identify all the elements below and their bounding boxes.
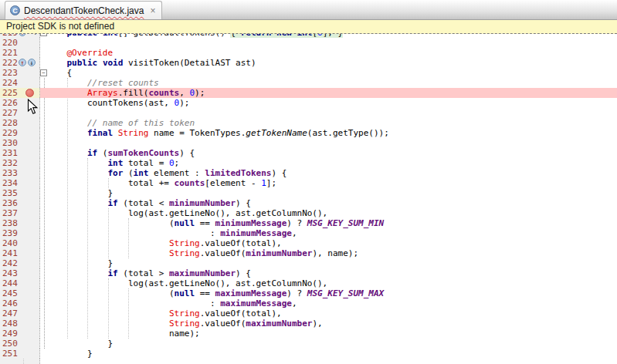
gutter[interactable]: 225: [0, 88, 40, 98]
gutter[interactable]: 221: [0, 48, 40, 58]
gutter[interactable]: 223: [0, 68, 40, 78]
code-text[interactable]: Arrays.fill(counts, 0);: [46, 88, 617, 98]
code-text[interactable]: countTokens(ast, 0);: [46, 98, 617, 108]
gutter[interactable]: 224: [0, 78, 40, 88]
fold-toggle-icon[interactable]: −: [40, 69, 47, 76]
gutter[interactable]: 232: [0, 158, 40, 168]
file-tab[interactable]: C DescendantTokenCheck.java ×: [5, 1, 162, 19]
code-text[interactable]: String.valueOf(total),: [46, 308, 617, 318]
gutter[interactable]: 220: [0, 38, 40, 48]
code-text[interactable]: (null == minimumMessage) ? MSG_KEY_SUM_M…: [46, 218, 617, 228]
code-text[interactable]: public void visitToken(DetailAST ast): [46, 58, 617, 68]
gutter[interactable]: 240: [0, 238, 40, 248]
code-text[interactable]: total += counts[element - 1];: [46, 178, 617, 188]
gutter[interactable]: 237: [0, 208, 40, 218]
code-text[interactable]: }: [46, 188, 617, 198]
code-text[interactable]: (null == maximumMessage) ? MSG_KEY_SUM_M…: [46, 288, 617, 298]
gutter[interactable]: 229: [0, 128, 40, 138]
code-text[interactable]: log(ast.getLineNo(), ast.getColumnNo(),: [46, 278, 617, 288]
code-text[interactable]: }: [46, 258, 617, 268]
code-token: String: [169, 318, 200, 329]
code-text[interactable]: String.valueOf(total),: [46, 238, 617, 248]
code-text[interactable]: }: [46, 349, 617, 359]
gutter[interactable]: 236: [0, 198, 40, 208]
gutter[interactable]: 245: [0, 288, 40, 298]
breakpoint-icon[interactable]: [25, 89, 34, 97]
editor-tab-bar: C DescendantTokenCheck.java ×: [0, 0, 617, 20]
code-text[interactable]: if (total > maximumNumber) {: [46, 268, 617, 278]
code-text[interactable]: //reset counts: [46, 78, 617, 88]
gutter[interactable]: 234: [0, 178, 40, 188]
code-token: ];: [266, 178, 276, 188]
line-number: 221: [2, 48, 18, 58]
code-text[interactable]: [46, 108, 617, 118]
code-token: sumTokenCounts: [107, 148, 179, 158]
gutter[interactable]: 246: [0, 298, 40, 308]
code-text[interactable]: final String name = TokenTypes.getTokenN…: [46, 128, 617, 138]
gutter[interactable]: 241: [0, 248, 40, 258]
code-token: ,: [292, 298, 297, 308]
line-number: 238: [2, 218, 18, 228]
gutter[interactable]: 249: [0, 329, 40, 339]
code-token: name = TokenTypes.: [148, 128, 246, 138]
code-line: 231 if (sumTokenCounts) {: [0, 148, 617, 158]
line-number: 228: [2, 118, 18, 128]
code-text[interactable]: int total = 0;: [46, 158, 617, 168]
gutter[interactable]: 244: [0, 278, 40, 288]
gutter[interactable]: 250: [0, 339, 40, 349]
code-text[interactable]: {: [46, 68, 617, 78]
line-number: 222: [2, 58, 18, 68]
code-text[interactable]: String.valueOf(maximumNumber),: [46, 318, 617, 329]
code-text[interactable]: if (sumTokenCounts) {: [46, 148, 617, 158]
code-token: ==: [195, 288, 215, 298]
code-line: 237 log(ast.getLineNo(), ast.getColumnNo…: [0, 208, 617, 218]
gutter[interactable]: 248: [0, 318, 40, 329]
code-text[interactable]: @Override: [46, 48, 617, 58]
code-text[interactable]: : minimumMessage,: [46, 228, 617, 238]
code-token: name);: [46, 329, 200, 339]
tab-close-icon[interactable]: ×: [150, 6, 155, 15]
code-line: 225 Arrays.fill(counts, 0);: [0, 88, 617, 98]
fold-strip: [40, 308, 46, 318]
code-token: [46, 168, 107, 178]
code-token: [46, 268, 107, 278]
fold-strip: [40, 38, 46, 48]
code-text[interactable]: : maximumMessage,: [46, 298, 617, 308]
code-token: [46, 88, 87, 98]
code-line: 220: [0, 38, 617, 48]
gutter[interactable]: 242: [0, 258, 40, 268]
gutter[interactable]: 228: [0, 118, 40, 128]
code-token: }: [46, 188, 113, 198]
gutter[interactable]: 247: [0, 308, 40, 318]
gutter[interactable]: 239: [0, 228, 40, 238]
code-token: ),: [312, 318, 322, 329]
code-token: if: [107, 268, 117, 278]
code-text[interactable]: for (int element : limitedTokens) {: [46, 168, 617, 178]
code-text[interactable]: [46, 38, 617, 48]
code-text[interactable]: name);: [46, 329, 617, 339]
fold-strip: [40, 288, 46, 298]
gutter[interactable]: 230: [0, 138, 40, 148]
gutter[interactable]: 238: [0, 218, 40, 228]
fold-toggle-icon[interactable]: +: [40, 34, 47, 36]
code-token: 1: [261, 178, 266, 188]
line-number: 246: [2, 298, 18, 308]
line-number: 241: [2, 248, 18, 258]
code-token: maximumNumber: [246, 318, 312, 329]
gutter[interactable]: 233: [0, 168, 40, 178]
gutter[interactable]: 231: [0, 148, 40, 158]
gutter[interactable]: 243: [0, 268, 40, 278]
gutter[interactable]: 251: [0, 349, 40, 359]
gutter[interactable]: 235: [0, 188, 40, 198]
code-text[interactable]: // name of this token: [46, 118, 617, 128]
code-text[interactable]: }: [46, 339, 617, 349]
code-token: [46, 318, 169, 329]
fold-strip: [40, 128, 46, 138]
line-number: 226: [2, 98, 18, 108]
code-text[interactable]: String.valueOf(minimumNumber), name);: [46, 248, 617, 258]
code-text[interactable]: if (total < minimumNumber) {: [46, 198, 617, 208]
code-token: [46, 128, 87, 138]
code-text[interactable]: log(ast.getLineNo(), ast.getColumnNo(),: [46, 208, 617, 218]
code-text[interactable]: [46, 138, 617, 148]
gutter[interactable]: 222↑↓: [0, 58, 40, 68]
